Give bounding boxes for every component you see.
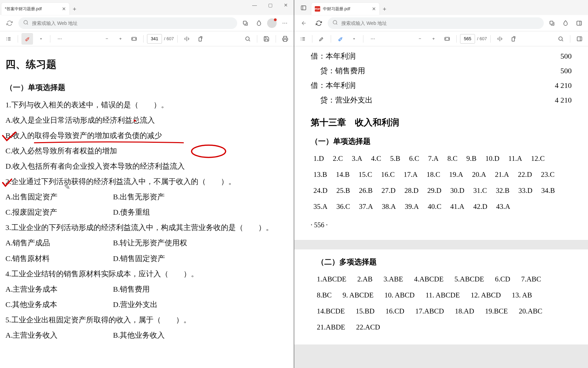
zoom-out-button[interactable]: − (414, 33, 426, 45)
tab-close-icon[interactable]: ✕ (62, 6, 66, 12)
print-icon[interactable] (279, 33, 291, 45)
answer-item: 15.C (359, 168, 372, 182)
answer-item: 23.C (541, 168, 554, 182)
pdf-viewport-left[interactable]: 四、练习题 （一）单项选择题 1.下列与收入相关的表述中，错误的是（ ）。 A.… (0, 46, 294, 368)
answer-item: 1.ABCDE (317, 272, 346, 286)
q4-opt-c: C.其他业务成本 (5, 297, 113, 312)
fit-icon[interactable] (128, 33, 140, 45)
collections-icon[interactable] (546, 18, 557, 29)
answer-item: 7.ABC (521, 272, 541, 286)
draw-tool[interactable]: ✎ (334, 33, 346, 45)
q3-opt-a: A.销售产成品 (5, 235, 113, 250)
question-5: 5.工业企业出租固定资产所取得的收入，属于（ ）。 (5, 312, 288, 327)
omnibox[interactable] (328, 17, 544, 29)
rotate-icon[interactable] (508, 33, 519, 45)
answer-item: 5.ABCDE (455, 272, 484, 286)
toolbar-more-icon[interactable]: ⋯ (54, 33, 65, 45)
zoom-in-button[interactable]: + (115, 33, 126, 45)
highlight-tool[interactable] (316, 33, 327, 45)
search-pdf-icon[interactable] (555, 33, 567, 45)
answer-item: 2.C (333, 152, 343, 166)
answer-item: 30.D (450, 184, 464, 198)
answer-item: 39.A (405, 200, 419, 214)
draw-dropdown[interactable]: ▾ (35, 33, 47, 45)
tab-close-icon[interactable]: ✕ (372, 6, 376, 12)
answer-item: 9. ABCDE (343, 288, 374, 302)
q5-opt-a: A.主营业务收入 (5, 327, 113, 343)
q2-opt-b: B.出售无形资产 (113, 189, 165, 204)
toolbar-more-icon[interactable]: ⋯ (367, 33, 378, 45)
q1-opt-b: B.收入的取得会导致资产的增加或者负债的减少 (5, 128, 288, 143)
minimize-button[interactable]: — (247, 0, 262, 10)
answer-item: 10.D (485, 152, 499, 166)
entry-credit-1: 贷：销售费用 (311, 64, 365, 78)
answer-item: 40.C (428, 200, 441, 214)
save-icon[interactable] (574, 33, 585, 45)
maximize-button[interactable]: ▢ (262, 0, 278, 10)
tab-right[interactable]: PDF 中财习题册.pdf ✕ (311, 3, 379, 15)
profile-avatar[interactable] (267, 18, 277, 28)
save-icon[interactable] (261, 33, 272, 45)
section-title: 四、练习题 (5, 54, 288, 75)
answer-item: 8.BC (317, 288, 332, 302)
answer-item: 38.A (382, 200, 396, 214)
new-tab-button[interactable]: + (69, 6, 80, 15)
sidebar-icon[interactable] (574, 18, 585, 29)
more-icon[interactable]: ⋯ (279, 18, 290, 29)
answer-item: 3.ABE (383, 272, 403, 286)
close-button[interactable]: ✕ (278, 0, 294, 10)
back-button[interactable] (298, 17, 310, 29)
answer-item: 16.CD (386, 304, 404, 318)
page-number-input[interactable] (460, 34, 475, 44)
answer-item: 31.C (473, 184, 487, 198)
answer-item: 22.ACD (356, 320, 380, 334)
entry-amount-2: 500 (560, 64, 572, 78)
answer-item: 43.A (496, 200, 510, 214)
collections-icon[interactable] (240, 18, 251, 29)
entry-credit-2: 贷：营业外支出 (311, 93, 373, 108)
performance-icon[interactable] (560, 18, 571, 29)
new-tab-button[interactable]: + (379, 6, 390, 15)
svg-point-13 (559, 37, 562, 41)
draw-tool[interactable]: ✎ (21, 33, 33, 45)
answer-item: 22.D (518, 168, 532, 182)
answer-item: 24.D (313, 184, 327, 198)
read-aloud-icon[interactable] (181, 33, 193, 45)
draw-dropdown[interactable]: ▾ (348, 33, 360, 45)
performance-icon[interactable] (254, 18, 264, 29)
page-number-input[interactable] (147, 34, 162, 44)
single-choice-heading: （一）单项选择题 (311, 134, 572, 149)
address-input[interactable] (341, 20, 539, 26)
pdf-toolbar-left: ✎ ▾ ⋯ − + / 607 (0, 31, 294, 46)
question-4: 4.工业企业结转的销售原材料实际成本，应计入（ ）。 (5, 266, 288, 281)
zoom-in-button[interactable]: + (428, 33, 439, 45)
q2-opt-c: C.报废固定资产 (5, 204, 113, 220)
rotate-icon[interactable] (195, 33, 206, 45)
search-pdf-icon[interactable] (242, 33, 254, 45)
q3-opt-b: B.转让无形资产使用权 (113, 235, 187, 250)
address-input[interactable] (32, 20, 232, 26)
answer-item: 12.C (531, 152, 544, 166)
refresh-button[interactable] (3, 17, 16, 29)
toc-icon[interactable] (3, 33, 14, 45)
tab-actions-icon[interactable] (298, 3, 309, 12)
tab-left[interactable]: *答案中财习题册.pdf ✕ (1, 3, 69, 15)
answer-item: 8.C (447, 152, 458, 166)
page-total: / 607 (164, 36, 174, 41)
read-aloud-icon[interactable] (494, 33, 506, 45)
answer-item: 21.A (495, 168, 509, 182)
answer-item: 26.B (359, 184, 373, 198)
pencil-cursor-icon: ✎ (64, 183, 70, 191)
addressbar-left: ⋯ (0, 15, 294, 31)
fit-icon[interactable] (441, 33, 453, 45)
pdf-viewport-right[interactable]: 借：本年利润500 贷：销售费用500 借：本年利润4 210 贷：营业外支出4… (294, 46, 588, 368)
zoom-out-button[interactable]: − (101, 33, 113, 45)
omnibox[interactable] (18, 17, 237, 29)
toc-icon[interactable] (297, 33, 309, 45)
pdf-file-icon: PDF (315, 6, 320, 12)
titlebar-left: *答案中财习题册.pdf ✕ + — ▢ ✕ (0, 0, 294, 15)
answer-item: 13.B (313, 168, 327, 182)
refresh-button[interactable] (313, 17, 325, 29)
pdf-page-right-2: （二）多项选择题 1.ABCDE2.AB3.ABE4.ABCDE5.ABCDE6… (294, 249, 588, 344)
pdf-page-right-1: 借：本年利润500 贷：销售费用500 借：本年利润4 210 贷：营业外支出4… (294, 46, 588, 240)
